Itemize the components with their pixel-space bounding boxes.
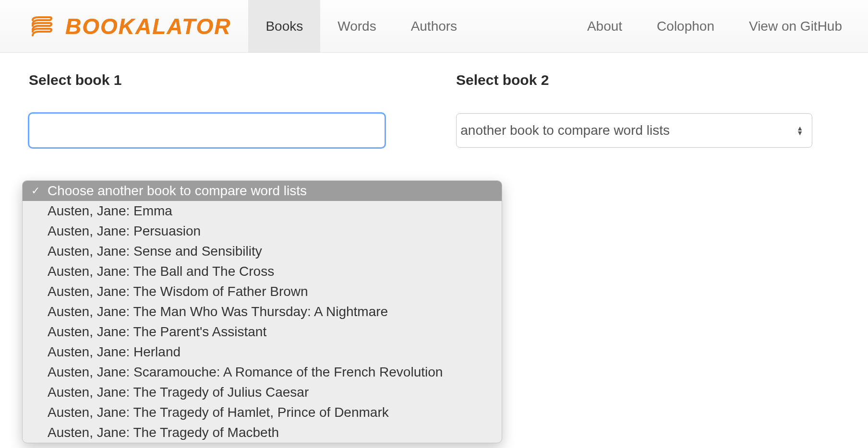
option-label: Austen, Jane: The Ball and The Cross <box>48 264 274 279</box>
option-label: Austen, Jane: Emma <box>48 203 172 219</box>
nav-books[interactable]: Books <box>248 0 320 52</box>
option-label: Austen, Jane: Herland <box>48 344 181 360</box>
nav-label: Words <box>338 19 376 34</box>
dropdown-option[interactable]: Austen, Jane: The Tragedy of Macbeth <box>23 423 502 443</box>
column-book-2: Select book 2 Choose another book to com… <box>456 72 845 148</box>
dropdown-option[interactable]: Austen, Jane: The Wisdom of Father Brown <box>23 282 502 302</box>
chevron-updown-icon: ▲▼ <box>796 126 803 135</box>
nav-words[interactable]: Words <box>320 0 393 52</box>
brand[interactable]: Bookalator <box>0 0 244 52</box>
nav-label: Books <box>265 19 303 34</box>
dropdown-option[interactable]: Austen, Jane: Scaramouche: A Romance of … <box>23 362 502 382</box>
option-label: Austen, Jane: The Parent's Assistant <box>48 324 266 340</box>
navbar: Bookalator Books Words Authors About Col… <box>0 0 868 53</box>
select-book-2[interactable]: Choose another book to compare word list… <box>456 113 812 148</box>
option-label: Austen, Jane: The Tragedy of Julius Caes… <box>48 385 309 400</box>
option-label: Austen, Jane: Scaramouche: A Romance of … <box>48 365 443 380</box>
nav-label: Authors <box>411 19 458 34</box>
nav-github[interactable]: View on GitHub <box>732 0 859 52</box>
nav-primary: Books Words Authors <box>248 0 474 52</box>
option-label: Austen, Jane: The Tragedy of Macbeth <box>48 425 279 440</box>
dropdown-option[interactable]: Austen, Jane: The Parent's Assistant <box>23 322 502 342</box>
dropdown-option[interactable]: Austen, Jane: Sense and Sensibility <box>23 241 502 261</box>
nav-secondary: About Colophon View on GitHub <box>570 0 868 52</box>
dropdown-option[interactable]: Austen, Jane: The Man Who Was Thursday: … <box>23 302 502 322</box>
option-label: Austen, Jane: The Tragedy of Hamlet, Pri… <box>48 405 389 420</box>
nav-label: About <box>587 19 622 34</box>
dropdown-option[interactable]: Austen, Jane: Persuasion <box>23 221 502 241</box>
dropdown-option[interactable]: Choose another book to compare word list… <box>23 181 502 201</box>
select-book-1-label: Select book 1 <box>29 72 418 88</box>
dropdown-option[interactable]: Austen, Jane: The Tragedy of Hamlet, Pri… <box>23 402 502 423</box>
nav-label: Colophon <box>657 19 714 34</box>
nav-label: View on GitHub <box>749 19 842 34</box>
option-label: Austen, Jane: The Wisdom of Father Brown <box>48 284 308 299</box>
nav-colophon[interactable]: Colophon <box>639 0 732 52</box>
option-label: Austen, Jane: The Man Who Was Thursday: … <box>48 304 388 319</box>
dropdown-option[interactable]: Austen, Jane: The Tragedy of Julius Caes… <box>23 382 502 402</box>
select-book-1[interactable]: Choose another book to compare word list… <box>29 113 385 148</box>
nav-authors[interactable]: Authors <box>394 0 475 52</box>
dropdown-option[interactable]: Austen, Jane: Herland <box>23 342 502 362</box>
content: Select book 1 Choose another book to com… <box>0 53 868 148</box>
option-label: Austen, Jane: Sense and Sensibility <box>48 244 262 259</box>
select-book-1-dropdown: Choose another book to compare word list… <box>22 180 502 443</box>
dropdown-option[interactable]: Austen, Jane: Emma <box>23 201 502 221</box>
dropdown-option[interactable]: Austen, Jane: The Ball and The Cross <box>23 261 502 282</box>
nav-about[interactable]: About <box>570 0 639 52</box>
option-label: Austen, Jane: Persuasion <box>48 224 201 239</box>
option-label: Choose another book to compare word list… <box>48 183 307 199</box>
column-book-1: Select book 1 Choose another book to com… <box>29 72 418 148</box>
book-stack-icon <box>29 13 55 39</box>
brand-name: Bookalator <box>65 13 231 39</box>
select-book-2-label: Select book 2 <box>456 72 845 88</box>
select-book-2-value: Choose another book to compare word list… <box>456 123 670 138</box>
